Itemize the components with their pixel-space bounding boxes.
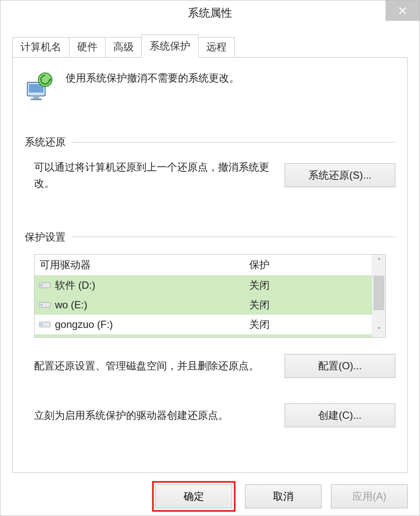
create-button[interactable]: 创建(C)...	[285, 403, 395, 427]
drive-icon	[39, 301, 51, 309]
chevron-up-icon: ˄	[377, 257, 381, 265]
drive-icon	[39, 320, 51, 329]
drives-list-box: 可用驱动器 保护 软件 (D:) 关闭	[34, 254, 386, 338]
chevron-down-icon: ˅	[377, 326, 381, 334]
dialog-footer: 确定 取消 应用(A)	[0, 477, 420, 516]
drive-row[interactable]: gongzuo (F:) 关闭	[35, 315, 372, 334]
system-protection-icon	[25, 70, 55, 101]
tab-computer-name[interactable]: 计算机名	[12, 37, 69, 57]
scroll-thumb[interactable]	[374, 276, 384, 310]
divider	[72, 142, 395, 142]
close-icon	[398, 6, 407, 15]
section-system-restore-label: 系统还原	[25, 135, 66, 149]
svg-rect-11	[40, 304, 43, 306]
tab-system-protection[interactable]: 系统保护	[141, 35, 198, 58]
intro-row: 使用系统保护撤消不需要的系统更改。	[25, 70, 395, 101]
tabs: 计算机名 硬件 高级 系统保护 远程	[0, 35, 420, 57]
apply-button[interactable]: 应用(A)	[331, 484, 408, 508]
intro-text: 使用系统保护撤消不需要的系统更改。	[66, 70, 239, 85]
section-protection-label: 保护设置	[25, 230, 66, 244]
drives-list[interactable]: 可用驱动器 保护 软件 (D:) 关闭	[35, 255, 372, 337]
system-restore-row: 可以通过将计算机还原到上一个还原点，撤消系统更改。 系统还原(S)...	[25, 159, 395, 192]
system-properties-window: 系统属性 计算机名 硬件 高级 系统保护 远程 使用系统保护撤消不需要	[0, 0, 420, 516]
cancel-button[interactable]: 取消	[245, 484, 322, 508]
configure-row: 配置还原设置、管理磁盘空间，并且删除还原点。 配置(O)...	[25, 354, 395, 378]
drive-row[interactable]: 软件 (D:) 关闭	[35, 275, 372, 295]
drives-empty-area	[35, 334, 372, 337]
scroll-up-button[interactable]: ˄	[372, 255, 385, 268]
drive-protection-status: 关闭	[244, 278, 372, 292]
window-title: 系统属性	[188, 6, 232, 20]
drive-name: wo (E:)	[55, 299, 87, 311]
column-drive: 可用驱动器	[35, 255, 244, 275]
divider	[72, 237, 395, 237]
ok-highlight: 确定	[152, 481, 236, 512]
create-row: 立刻为启用系统保护的驱动器创建还原点。 创建(C)...	[25, 403, 395, 427]
create-description: 立刻为启用系统保护的驱动器创建还原点。	[34, 407, 276, 423]
svg-rect-9	[40, 284, 43, 287]
tab-advanced[interactable]: 高级	[105, 37, 142, 57]
section-system-restore-header: 系统还原	[25, 135, 395, 149]
section-protection-header: 保护设置	[25, 230, 395, 244]
drive-protection-status: 关闭	[244, 298, 372, 312]
svg-rect-13	[40, 323, 43, 326]
drive-name: gongzuo (F:)	[55, 319, 113, 330]
drive-name: 软件 (D:)	[55, 278, 95, 292]
ok-button[interactable]: 确定	[155, 484, 232, 508]
titlebar: 系统属性	[0, 0, 420, 25]
configure-button[interactable]: 配置(O)...	[285, 354, 395, 378]
tab-panel-system-protection: 使用系统保护撤消不需要的系统更改。 系统还原 可以通过将计算机还原到上一个还原点…	[12, 57, 408, 473]
drive-protection-status: 关闭	[244, 318, 372, 331]
svg-rect-5	[31, 99, 42, 100]
drive-icon	[39, 281, 51, 290]
configure-description: 配置还原设置、管理磁盘空间，并且删除还原点。	[34, 358, 276, 374]
column-protection: 保护	[244, 255, 372, 275]
drives-header: 可用驱动器 保护	[35, 255, 372, 275]
svg-rect-4	[33, 96, 39, 99]
system-restore-description: 可以通过将计算机还原到上一个还原点，撤消系统更改。	[34, 159, 276, 192]
tab-remote[interactable]: 远程	[198, 37, 235, 57]
close-button[interactable]	[385, 0, 420, 21]
drives-rows: 软件 (D:) 关闭 wo (E:) 关闭	[35, 275, 372, 337]
scroll-track[interactable]	[372, 268, 385, 324]
drive-row[interactable]: wo (E:) 关闭	[35, 295, 372, 315]
tab-hardware[interactable]: 硬件	[69, 37, 106, 57]
system-restore-button[interactable]: 系统还原(S)...	[285, 163, 395, 187]
scrollbar[interactable]: ˄ ˅	[372, 255, 385, 337]
scroll-down-button[interactable]: ˅	[372, 324, 385, 337]
